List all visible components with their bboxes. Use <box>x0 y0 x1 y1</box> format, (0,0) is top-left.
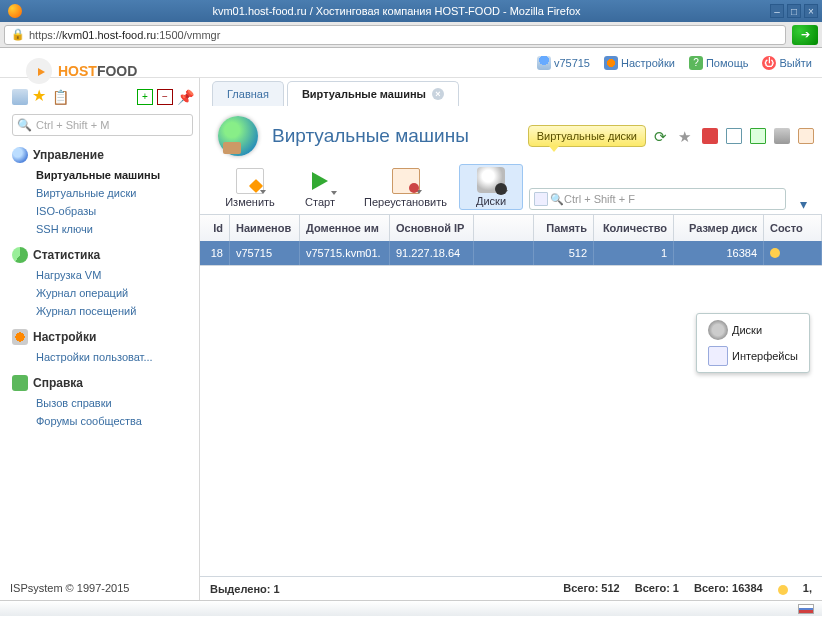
reinstall-button[interactable]: Переустановить <box>358 166 453 210</box>
sidebar-item-vms[interactable]: Виртуальные машины <box>10 166 199 184</box>
grid-search[interactable]: 🔍 Ctrl + Shift + F <box>529 188 786 210</box>
col-qty[interactable]: Количество <box>594 215 674 241</box>
export-icon[interactable] <box>750 128 766 144</box>
piechart-icon <box>12 247 28 263</box>
collapse-icon[interactable]: − <box>157 89 173 105</box>
firefox-icon <box>8 4 22 18</box>
top-logout[interactable]: ⏻Выйти <box>762 56 812 70</box>
tab-home[interactable]: Главная <box>212 81 284 106</box>
status-selected: Выделено: 1 <box>210 583 280 595</box>
status-bar: Выделено: 1 Всего: 512 Всего: 1 Всего: 1… <box>200 576 822 600</box>
nav-head-help[interactable]: Справка <box>10 372 199 394</box>
vm-page-icon <box>218 116 258 156</box>
header-actions: Виртуальные диски ⟳ ★ <box>528 125 814 147</box>
window-minimize-button[interactable]: – <box>770 4 784 18</box>
favorites-icon[interactable]: ★ <box>32 89 48 105</box>
gear-icon <box>604 56 618 70</box>
start-icon <box>306 168 334 194</box>
expand-icon[interactable]: + <box>137 89 153 105</box>
help-section-icon <box>12 375 28 391</box>
language-flag-icon[interactable] <box>798 604 814 614</box>
submenu-interfaces[interactable]: Интерфейсы <box>700 343 806 369</box>
window-title: kvm01.host-food.ru / Хостинговая компани… <box>26 5 767 17</box>
col-mem[interactable]: Память <box>534 215 594 241</box>
status-dot-icon <box>778 585 788 595</box>
nav-head-management[interactable]: Управление <box>10 144 199 166</box>
submenu-disk-icon <box>708 320 728 340</box>
sidebar-item-usersettings[interactable]: Настройки пользоват... <box>10 348 199 366</box>
sidebar-item-vmload[interactable]: Нагрузка VM <box>10 266 199 284</box>
sidebar-item-forums[interactable]: Форумы сообщества <box>10 412 199 430</box>
help-icon: ? <box>689 56 703 70</box>
sidebar-footer: ISPsystem © 1997-2015 <box>10 582 129 594</box>
col-id[interactable]: Id <box>200 215 230 241</box>
window-maximize-button[interactable]: □ <box>787 4 801 18</box>
page-header: Виртуальные машины Виртуальные диски ⟳ ★ <box>200 106 822 162</box>
logout-icon: ⏻ <box>762 56 776 70</box>
col-state[interactable]: Состо <box>764 215 822 241</box>
go-button[interactable]: ➔ <box>792 25 818 45</box>
address-bar: 🔒 https:// kvm01.host-food.ru :1500/vmmg… <box>0 22 822 48</box>
url-field[interactable]: 🔒 https:// kvm01.host-food.ru :1500/vmmg… <box>4 25 786 45</box>
nav-head-settings[interactable]: Настройки <box>10 326 199 348</box>
bottom-bar <box>0 600 822 616</box>
search-icon: 🔍 <box>550 193 564 206</box>
column-picker-icon[interactable] <box>534 192 548 206</box>
page-title: Виртуальные машины <box>272 125 528 147</box>
disks-dropdown: Диски Интерфейсы <box>696 313 810 373</box>
grid-search-placeholder: Ctrl + Shift + F <box>564 193 635 205</box>
vm-grid: Id Наименов Доменное им Основной IP Памя… <box>200 214 822 266</box>
col-proc[interactable] <box>474 215 534 241</box>
sidebar: ★ 📋 + − 📌 🔍 Ctrl + Shift + M Управление … <box>0 78 200 600</box>
url-scheme: https:// <box>29 29 62 41</box>
menu-tree-icon[interactable] <box>12 89 28 105</box>
top-user[interactable]: v75715 <box>537 56 590 70</box>
table-row[interactable]: 18 v75715 v75715.kvm01. 91.227.18.64 512… <box>200 241 822 265</box>
filter-icon[interactable]: ▾ <box>800 196 814 210</box>
sidebar-toolbar: ★ 📋 + − 📌 <box>6 84 199 110</box>
user-icon <box>537 56 551 70</box>
submenu-disks[interactable]: Диски <box>700 317 806 343</box>
favorite-icon[interactable]: ★ <box>678 128 694 144</box>
submenu-interface-icon <box>708 346 728 366</box>
status-dot-icon <box>770 248 780 258</box>
sidebar-item-ssh[interactable]: SSH ключи <box>10 220 199 238</box>
sidebar-item-disks[interactable]: Виртуальные диски <box>10 184 199 202</box>
settings-icon <box>12 329 28 345</box>
start-button[interactable]: Старт <box>288 166 352 210</box>
main-area: Главная Виртуальные машины× Виртуальные … <box>200 78 822 600</box>
sidebar-item-iso[interactable]: ISO-образы <box>10 202 199 220</box>
disks-button[interactable]: Диски <box>459 164 523 210</box>
print-icon[interactable] <box>774 128 790 144</box>
grid-header: Id Наименов Доменное им Основной IP Памя… <box>200 215 822 241</box>
url-host: kvm01.host-food.ru <box>62 29 156 41</box>
globe-icon <box>12 147 28 163</box>
sidebar-item-callhelp[interactable]: Вызов справки <box>10 394 199 412</box>
copy-icon[interactable] <box>726 128 742 144</box>
top-settings[interactable]: Настройки <box>604 56 675 70</box>
search-icon: 🔍 <box>17 118 32 132</box>
tabs-bar: Главная Виртуальные машины× <box>200 78 822 106</box>
workspace: ★ 📋 + − 📌 🔍 Ctrl + Shift + M Управление … <box>0 78 822 600</box>
pin-icon[interactable]: 📌 <box>177 89 193 105</box>
sidebar-item-visitlog[interactable]: Журнал посещений <box>10 302 199 320</box>
sidebar-item-oplog[interactable]: Журнал операций <box>10 284 199 302</box>
stop-icon[interactable] <box>702 128 718 144</box>
col-domain[interactable]: Доменное им <box>300 215 390 241</box>
col-disk[interactable]: Размер диск <box>674 215 764 241</box>
columns-icon[interactable] <box>798 128 814 144</box>
col-ip[interactable]: Основной IP <box>390 215 474 241</box>
top-help[interactable]: ?Помощь <box>689 56 749 70</box>
refresh-icon[interactable]: ⟳ <box>654 128 670 144</box>
lock-icon: 🔒 <box>11 28 25 41</box>
nav-head-stats[interactable]: Статистика <box>10 244 199 266</box>
col-name[interactable]: Наименов <box>230 215 300 241</box>
window-close-button[interactable]: × <box>804 4 818 18</box>
tab-vms[interactable]: Виртуальные машины× <box>287 81 459 106</box>
sidebar-search[interactable]: 🔍 Ctrl + Shift + M <box>12 114 193 136</box>
clipboard-icon[interactable]: 📋 <box>52 89 68 105</box>
edit-icon <box>236 168 264 194</box>
close-tab-icon[interactable]: × <box>432 88 444 100</box>
tooltip-virtual-disks: Виртуальные диски <box>528 125 646 147</box>
edit-button[interactable]: Изменить <box>218 166 282 210</box>
